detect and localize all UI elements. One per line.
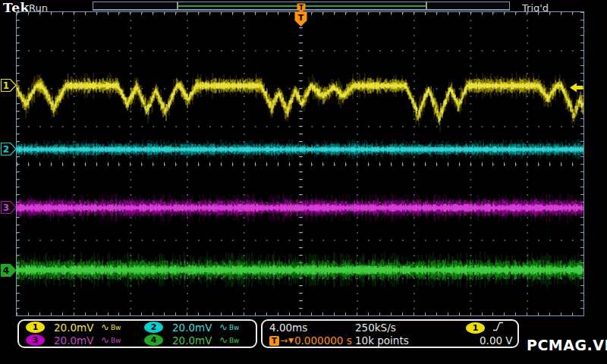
ac-coupling-icon: ∿ xyxy=(101,334,109,346)
acquisition-position-bar[interactable]: T xyxy=(93,2,510,11)
window-end-tick xyxy=(426,2,427,9)
channel-readout-box[interactable]: 1 20.0mV ∿Bw 2 20.0mV ∿Bw 3 20.0mV ∿Bw 4… xyxy=(17,319,257,348)
channel-1-scale: 20.0mV xyxy=(54,322,98,334)
right-arrow-icon: → xyxy=(280,335,288,346)
trigger-position-marker[interactable]: T xyxy=(294,11,307,30)
svg-text:1: 1 xyxy=(3,80,9,91)
trigger-source-badge: 1 xyxy=(466,322,485,334)
trigger-level-arrow[interactable] xyxy=(570,81,583,96)
record-length: 10k points xyxy=(355,334,446,347)
trigger-level: 0.00 V xyxy=(446,334,513,347)
ac-coupling-icon: ∿ xyxy=(101,322,109,333)
trigger-t-icon: T xyxy=(269,336,279,346)
svg-text:2: 2 xyxy=(3,144,9,155)
channel-4-badge: 4 xyxy=(144,334,163,346)
channel-1-badge: 1 xyxy=(26,322,45,333)
channel-4-readout[interactable]: 4 20.0mV ∿Bw xyxy=(137,334,256,347)
channel-1-position-marker[interactable]: 1 xyxy=(1,79,17,92)
svg-text:T: T xyxy=(299,5,304,11)
rising-edge-icon xyxy=(492,321,504,334)
sample-rate: 250kS/s xyxy=(355,322,446,334)
down-arrow-icon: ▼ xyxy=(288,337,294,344)
svg-text:T: T xyxy=(298,13,304,23)
timebase-scale: 4.00ms xyxy=(263,322,355,334)
channel-2-position-marker[interactable]: 2 xyxy=(1,143,17,155)
channel-3-badge: 3 xyxy=(26,334,45,346)
svg-text:3: 3 xyxy=(3,202,9,213)
oscilloscope-screen: Tek Run Trig'd T 1 2 xyxy=(0,0,607,364)
waveform-traces xyxy=(17,12,583,315)
ac-coupling-icon: ∿ xyxy=(219,334,228,346)
ac-coupling-icon: ∿ xyxy=(219,322,228,333)
svg-text:4: 4 xyxy=(3,265,9,276)
window-start-tick xyxy=(177,2,178,9)
channel-2-scale: 20.0mV xyxy=(172,322,216,334)
graticule xyxy=(16,11,584,316)
channel-3-scale: 20.0mV xyxy=(54,334,98,347)
channel-4-position-marker[interactable]: 4 xyxy=(1,264,17,277)
channel-2-badge: 2 xyxy=(144,322,163,333)
horizontal-trigger-readout-box[interactable]: 4.00ms 250kS/s 1 T→▼0.000000 s 10k point… xyxy=(261,319,519,348)
channel-3-position-marker[interactable]: 3 xyxy=(1,201,17,214)
watermark: PCMAG.VN xyxy=(527,337,607,353)
channel-1-readout[interactable]: 1 20.0mV ∿Bw xyxy=(19,322,137,334)
channel-2-readout[interactable]: 2 20.0mV ∿Bw xyxy=(137,322,256,334)
channel-3-readout[interactable]: 3 20.0mV ∿Bw xyxy=(19,334,137,347)
trigger-position-time: 0.000000 s xyxy=(294,334,352,347)
channel-4-scale: 20.0mV xyxy=(172,334,216,347)
